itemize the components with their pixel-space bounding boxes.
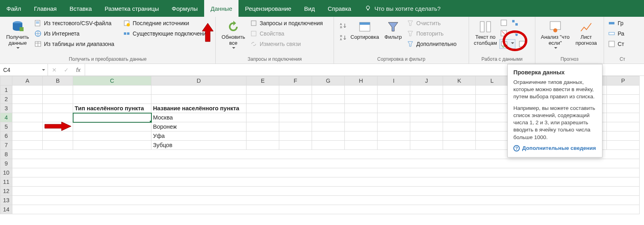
cell[interactable] (607, 104, 640, 113)
cell[interactable] (12, 104, 43, 113)
tab-help[interactable]: Справка (321, 0, 358, 17)
cancel-formula-button[interactable]: ✕ (50, 67, 58, 73)
name-box[interactable]: C4 (0, 64, 48, 76)
sort-button[interactable]: Сортировка (348, 18, 381, 40)
cell[interactable] (378, 86, 410, 95)
cell[interactable] (443, 113, 476, 122)
tell-me-search[interactable]: Что вы хотите сделать? (358, 0, 448, 17)
select-all-corner[interactable] (0, 76, 12, 86)
cell[interactable] (476, 131, 509, 141)
cell[interactable] (410, 113, 443, 122)
advanced-filter-button[interactable]: Дополнительно (406, 39, 457, 49)
cell-D6[interactable]: Уфа (151, 131, 246, 141)
row-header-4[interactable]: 4 (0, 113, 12, 122)
col-header-P[interactable]: P (607, 76, 640, 86)
tab-review[interactable]: Рецензирование (239, 0, 298, 17)
col-header-J[interactable]: J (410, 76, 443, 86)
row-header-10[interactable]: 10 (0, 168, 12, 177)
cell[interactable] (476, 122, 509, 131)
cell-D3[interactable]: Название населённого пункта (151, 104, 246, 113)
tab-home[interactable]: Главная (28, 0, 63, 17)
row-header-6[interactable]: 6 (0, 131, 12, 141)
cell[interactable] (12, 95, 43, 104)
cell[interactable] (312, 141, 345, 150)
cell[interactable] (73, 86, 151, 95)
cell[interactable] (410, 141, 443, 150)
cell[interactable] (443, 141, 476, 150)
cell[interactable] (246, 104, 279, 113)
cell[interactable] (345, 86, 378, 95)
cell-D4[interactable]: Москва (151, 113, 246, 122)
cell[interactable] (378, 104, 410, 113)
col-header-A[interactable]: A (12, 76, 43, 86)
col-header-C[interactable]: C (73, 76, 151, 86)
tab-formulas[interactable]: Формулы (165, 0, 204, 17)
flash-fill-button[interactable] (499, 18, 508, 27)
cell[interactable] (410, 95, 443, 104)
from-csv-button[interactable]: Из текстового/CSV-файла (34, 18, 115, 28)
cell[interactable] (378, 141, 410, 150)
get-data-button[interactable]: Получить данные (3, 18, 32, 50)
cell[interactable] (12, 205, 640, 214)
col-header-K[interactable]: K (443, 76, 476, 86)
col-header-E[interactable]: E (246, 76, 279, 86)
cell[interactable] (279, 141, 312, 150)
col-header-D[interactable]: D (151, 76, 246, 86)
tab-file[interactable]: Файл (0, 0, 28, 17)
cell[interactable] (73, 141, 151, 150)
cell[interactable] (312, 113, 345, 122)
cell-D7[interactable]: Зубцов (151, 141, 246, 150)
cell[interactable] (476, 95, 509, 104)
cell[interactable] (43, 104, 73, 113)
row-header-3[interactable]: 3 (0, 104, 12, 113)
cell[interactable] (607, 95, 640, 104)
cell[interactable] (607, 113, 640, 122)
cell[interactable] (410, 104, 443, 113)
cell[interactable] (312, 95, 345, 104)
row-header-2[interactable]: 2 (0, 95, 12, 104)
cell[interactable] (246, 131, 279, 141)
cell[interactable] (43, 141, 73, 150)
cell[interactable] (151, 86, 246, 95)
cell-D5[interactable]: Воронеж (151, 122, 246, 131)
cell[interactable] (443, 131, 476, 141)
cell[interactable] (246, 86, 279, 95)
row-header-1[interactable]: 1 (0, 86, 12, 95)
data-validation-button[interactable] (499, 39, 515, 49)
cell[interactable] (43, 95, 73, 104)
cell[interactable] (476, 141, 509, 150)
cell[interactable] (12, 187, 640, 196)
col-header-L[interactable]: L (476, 76, 509, 86)
cell[interactable] (345, 131, 378, 141)
remove-duplicates-button[interactable] (499, 29, 508, 38)
cell[interactable] (476, 86, 509, 95)
cell[interactable] (246, 122, 279, 131)
relationships-button[interactable] (511, 29, 519, 38)
cell[interactable] (312, 104, 345, 113)
insert-function-button[interactable]: fx (74, 67, 82, 73)
tooltip-more-info-link[interactable]: ? Дополнительные сведения (513, 145, 596, 151)
cell[interactable] (279, 95, 312, 104)
cell[interactable] (12, 86, 43, 95)
tab-view[interactable]: Вид (298, 0, 321, 17)
cell[interactable] (279, 131, 312, 141)
cell[interactable] (312, 131, 345, 141)
queries-connections-button[interactable]: Запросы и подключения (249, 18, 324, 28)
cell[interactable] (73, 95, 151, 104)
cell[interactable] (378, 113, 410, 122)
row-header-8[interactable]: 8 (0, 150, 12, 159)
what-if-button[interactable]: Анализ "что если" (539, 18, 572, 50)
cell[interactable] (443, 86, 476, 95)
cell[interactable] (345, 104, 378, 113)
cell[interactable] (607, 131, 640, 141)
cell[interactable] (410, 131, 443, 141)
cell[interactable] (279, 113, 312, 122)
confirm-formula-button[interactable]: ✓ (62, 67, 70, 73)
subtotal-button[interactable]: Ст (607, 39, 625, 49)
cell[interactable] (12, 141, 43, 150)
cell[interactable] (345, 95, 378, 104)
col-header-F[interactable]: F (279, 76, 312, 86)
col-header-B[interactable]: B (43, 76, 73, 86)
cell[interactable] (345, 122, 378, 131)
from-web-button[interactable]: Из Интернета (34, 29, 115, 38)
